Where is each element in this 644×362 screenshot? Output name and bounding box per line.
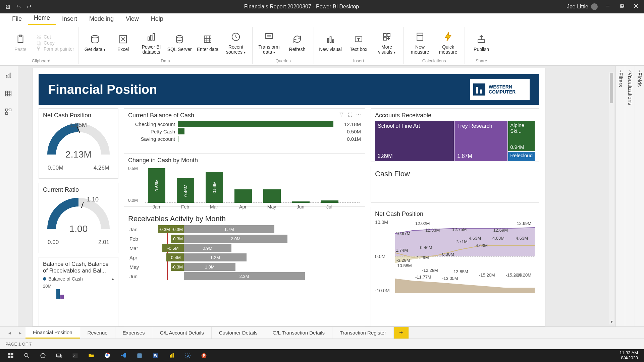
change-in-cash-card[interactable]: Change in Cash by Month 0.5M0.0M 0.66M0.…: [124, 153, 365, 207]
more-visuals-button[interactable]: More visuals ▾: [374, 28, 399, 58]
page-tab[interactable]: G/L Account Details: [152, 327, 211, 339]
grid-icon: [202, 34, 213, 45]
current-balance-cash-card[interactable]: ⋯ Current Balance of Cash Checking accou…: [124, 108, 365, 149]
format-painter-button[interactable]: Format painter: [36, 46, 74, 52]
menu-help[interactable]: Help: [145, 13, 169, 25]
column-bar[interactable]: [321, 200, 338, 203]
terminal-icon[interactable]: [67, 350, 83, 361]
filters-pane[interactable]: ‹Filters: [615, 66, 625, 326]
net-cash-gauge[interactable]: Net Cash Position 1.95M 2.13M 0.00M 4.26…: [39, 108, 118, 179]
tab-prev-button[interactable]: ◂: [4, 327, 15, 339]
add-page-button[interactable]: +: [394, 327, 409, 339]
app-icon[interactable]: [131, 350, 148, 361]
scrollbar-thumb[interactable]: [610, 73, 613, 103]
svg-rect-17: [151, 35, 152, 40]
column-bar[interactable]: [263, 189, 281, 203]
receivables-activity-card[interactable]: Receivables Activity by Month Jan -0.3M-…: [124, 211, 365, 326]
undo-icon[interactable]: [15, 3, 22, 10]
settings-icon[interactable]: [180, 350, 196, 361]
svg-rect-18: [153, 34, 155, 40]
task-view-icon[interactable]: [51, 350, 67, 361]
close-button[interactable]: [632, 4, 640, 10]
cut-button[interactable]: Cut: [36, 34, 74, 40]
svg-rect-48: [9, 109, 11, 111]
menu-modeling[interactable]: Modeling: [83, 13, 120, 25]
net-cash-position-area-card[interactable]: Net Cash Position 10.0M 0.0M -10.0M: [371, 207, 539, 326]
chrome-icon[interactable]: [99, 350, 115, 361]
paste-button[interactable]: Paste: [8, 28, 33, 58]
publish-button[interactable]: Publish: [469, 28, 494, 58]
menu-home[interactable]: Home: [28, 12, 56, 25]
column-bar[interactable]: 0.66M: [148, 168, 165, 203]
chevron-left-icon: ‹: [639, 68, 640, 73]
transform-data-button[interactable]: Transform data ▾: [257, 28, 281, 58]
menu-view[interactable]: View: [120, 13, 145, 25]
search-icon[interactable]: [19, 350, 35, 361]
page-tab[interactable]: Expenses: [115, 327, 153, 339]
current-ratio-gauge[interactable]: Current Ratio 1.10 1.00 0.00 2.01: [39, 183, 118, 253]
pbi-datasets-button[interactable]: Power BI datasets: [139, 28, 164, 58]
column-bar[interactable]: 0.46M: [177, 178, 194, 203]
scroll-down-icon[interactable]: ▾: [609, 318, 614, 324]
quick-measure-button[interactable]: Quick measure: [436, 28, 461, 58]
chevron-right-icon[interactable]: ▸: [112, 276, 114, 282]
page-tab[interactable]: Customer Details: [212, 327, 265, 339]
more-icon[interactable]: ⋯: [356, 112, 361, 118]
report-view-button[interactable]: [5, 72, 13, 80]
svg-rect-33: [383, 37, 386, 40]
cortana-icon[interactable]: [35, 350, 51, 361]
user-account[interactable]: Joe Little: [567, 3, 598, 10]
minimize-button[interactable]: [604, 4, 612, 10]
column-bar[interactable]: [234, 189, 252, 203]
new-visual-button[interactable]: New visual: [318, 28, 343, 58]
balance-of-cash-card[interactable]: Balance of Cash, Balance of Receivables …: [39, 257, 118, 326]
fields-pane[interactable]: ‹Fields: [635, 66, 644, 326]
report-canvas[interactable]: Financial Position WESTERNCOMPUTER Net C…: [32, 68, 545, 326]
redo-icon[interactable]: [25, 3, 33, 10]
legend-dot-icon: [43, 277, 46, 281]
vscode-icon[interactable]: [115, 350, 131, 361]
page-tab[interactable]: Revenue: [80, 327, 115, 339]
treemap-tile[interactable]: School of Fine Art2.89M: [375, 121, 454, 161]
save-icon[interactable]: [4, 3, 11, 10]
new-measure-button[interactable]: New measure: [408, 28, 432, 58]
excel-button[interactable]: Excel: [111, 28, 136, 58]
recent-sources-button[interactable]: Recent sources ▾: [223, 28, 248, 58]
svg-rect-27: [327, 39, 329, 43]
word-icon[interactable]: W: [148, 350, 164, 361]
copy-button[interactable]: Copy: [36, 40, 74, 46]
menu-insert[interactable]: Insert: [56, 13, 83, 25]
filter-icon[interactable]: [339, 112, 344, 118]
page-tab[interactable]: G/L Transaction Details: [265, 327, 332, 339]
treemap-tile[interactable]: Relecloud: [508, 152, 535, 161]
sql-server-button[interactable]: SQL Server: [167, 28, 192, 58]
menu-file[interactable]: File: [6, 13, 28, 25]
treemap-tile[interactable]: Trey Research1.87M: [454, 121, 507, 161]
tab-next-button[interactable]: ▸: [15, 327, 25, 339]
accounts-receivable-card[interactable]: Accounts Receivable School of Fine Art2.…: [371, 108, 539, 162]
svg-rect-26: [266, 34, 272, 39]
text-box-button[interactable]: Text box: [346, 28, 371, 58]
cash-flow-card[interactable]: Cash Flow: [371, 166, 539, 203]
column-bar[interactable]: [292, 201, 310, 203]
system-tray[interactable]: 11:33 AM 8/4/2020: [620, 351, 641, 361]
page-tab[interactable]: Transaction Register: [332, 327, 394, 339]
refresh-button[interactable]: Refresh: [285, 28, 310, 58]
visualizations-pane[interactable]: ‹Visualizations: [625, 66, 634, 326]
recent-icon: [230, 31, 241, 43]
get-data-button[interactable]: Get data ▾: [83, 28, 107, 58]
vertical-scrollbar[interactable]: ▾: [609, 72, 614, 324]
powerpoint-icon[interactable]: P: [196, 350, 212, 361]
chevron-left-icon: ‹: [629, 68, 631, 73]
column-bar[interactable]: 0.59M: [206, 172, 223, 203]
file-explorer-icon[interactable]: [83, 350, 99, 361]
maximize-button[interactable]: [618, 4, 626, 10]
powerbi-icon[interactable]: [164, 350, 180, 361]
start-button[interactable]: [3, 350, 19, 361]
enter-data-button[interactable]: Enter data: [195, 28, 220, 58]
page-tab[interactable]: Financial Position: [25, 327, 80, 339]
focus-icon[interactable]: [347, 112, 353, 118]
treemap-tile[interactable]: Alpine Ski...0.94M: [508, 121, 535, 151]
model-view-button[interactable]: [5, 108, 13, 117]
data-view-button[interactable]: [5, 90, 13, 99]
